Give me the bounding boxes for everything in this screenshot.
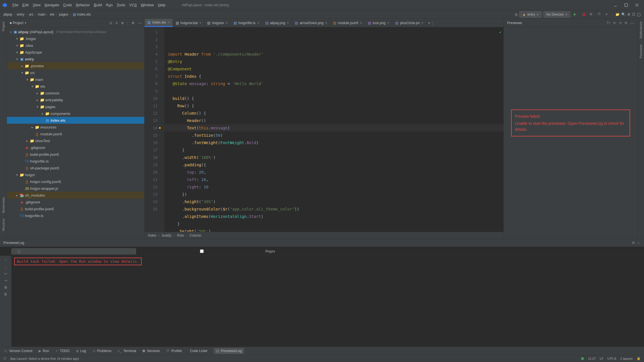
gear-icon[interactable]: ⚙ [624, 21, 628, 25]
bottom-tab-log[interactable]: ≣Log [76, 349, 86, 353]
tool-bookmarks[interactable]: Bookmarks [2, 196, 5, 214]
stop-icon[interactable]: ■ [605, 12, 610, 17]
bottom-tab-services[interactable]: ⬢Services [142, 349, 160, 353]
menu-window[interactable]: Window [141, 3, 154, 7]
tree-node-oh-package-json5[interactable]: {}oh-package.json5 [7, 165, 144, 171]
tab-hvigorw-bat[interactable]: ▤hvigorw.bat× [173, 19, 205, 27]
rotate-icon[interactable]: ⟲ [619, 21, 622, 25]
gear-icon[interactable]: ⚙ [132, 21, 135, 25]
tree-node--hvigor[interactable]: ▾📁.hvigor [7, 35, 144, 42]
close-icon[interactable]: × [226, 21, 228, 25]
tree-node-ohostest[interactable]: ▸📁ohosTest [7, 137, 144, 144]
crumb-entry[interactable]: entry [17, 12, 24, 16]
up-icon[interactable]: ↑ [5, 258, 7, 262]
maximize-icon[interactable] [624, 3, 628, 7]
crumb-src[interactable]: src [29, 12, 33, 16]
tab-pluscircle-pn[interactable]: ▤plusCircle.pn× [392, 19, 426, 27]
settings-icon[interactable]: ⚙ [627, 12, 630, 16]
tree-node-ets[interactable]: ▾📁ets [7, 83, 144, 90]
bottom-tab-code-linter[interactable]: Code Linter [188, 349, 207, 353]
tree-node--preview[interactable]: ▸📁.preview [7, 62, 144, 69]
menu-file[interactable]: File [12, 3, 18, 7]
crumb-pages[interactable]: pages [59, 12, 68, 16]
line-sep[interactable]: LF [600, 357, 603, 360]
tree-node--gitignore[interactable]: ◈.gitignore [7, 144, 144, 151]
tab-index-ets[interactable]: ▤Index.ets× [145, 19, 173, 27]
bottom-tab-todo[interactable]: ✓TODO [55, 349, 69, 353]
bottom-tab-previewerlog[interactable]: ▤PreviewerLog [214, 348, 244, 354]
close-icon[interactable]: × [168, 20, 170, 24]
tree-node-hvigorfile-ts[interactable]: TShvigorfile.ts [7, 158, 144, 165]
hide-icon[interactable]: — [637, 241, 641, 245]
minimize-icon[interactable] [613, 3, 617, 7]
tree-node-oh_modules[interactable]: ▸📚oh_modules [7, 192, 144, 199]
tree-node-hvigor-wrapper-js[interactable]: JShvigor-wrapper.js [7, 185, 144, 192]
indent[interactable]: 2 spaces [620, 357, 633, 360]
ecrumb-column[interactable]: Column [190, 233, 201, 237]
close-icon[interactable]: × [287, 21, 289, 25]
tab-hvigorfile-ts[interactable]: ▤hvigorfile.ts× [231, 19, 262, 27]
gear-icon[interactable]: ⚙ [632, 241, 635, 245]
collapse-icon[interactable]: ≣ [121, 21, 124, 25]
bottom-tab-profiler[interactable]: ⏱Profiler [166, 349, 182, 353]
tree-node-entry[interactable]: ▾▣entry [7, 56, 144, 62]
project-tree[interactable]: v ▣ alipay [AliPayLayout] D:\workspace\h… [7, 27, 144, 220]
ecrumb-index[interactable]: Index [148, 233, 156, 237]
folder-icon[interactable]: 📁 [615, 12, 620, 16]
crumb-ets[interactable]: ets [50, 12, 54, 16]
hide-icon[interactable]: — [138, 21, 141, 25]
profile-icon[interactable]: ⏱ [598, 12, 602, 17]
tree-node-components[interactable]: ▸📁components [7, 110, 144, 117]
locate-icon[interactable]: ⊙ [109, 21, 112, 25]
run-config-dropdown[interactable]: ▲ entry ▾ [519, 11, 542, 18]
tree-node-build-profile-json5[interactable]: {}build-profile.json5 [7, 151, 144, 158]
tree-node-hvigor-config-json5[interactable]: {}hvigor-config.json5 [7, 178, 144, 185]
tree-node-appscope[interactable]: ▾📁AppScope [7, 49, 144, 56]
encoding[interactable]: UTF-8 [607, 357, 616, 360]
menu-help[interactable]: Help [158, 3, 166, 7]
tree-node-main[interactable]: ▾📁main [7, 76, 144, 83]
coverage-icon[interactable]: ⛨ [590, 12, 594, 17]
trash-icon[interactable]: 🗑 [4, 292, 7, 296]
editor-breadcrumbs[interactable]: Index›build()›Row›Column [145, 232, 503, 239]
tree-node-index-ets[interactable]: ▤Index.ets [7, 117, 144, 124]
menu-navigate[interactable]: Navigate [45, 3, 59, 7]
ecrumb-row[interactable]: Row [177, 233, 184, 237]
tab-arrowdown-png[interactable]: ▤arrowDown.png× [292, 19, 330, 27]
intention-bulb-icon[interactable] [158, 126, 162, 130]
code-body[interactable]: ✔ import Header from './components/Heade… [164, 27, 503, 232]
cursor-position[interactable]: 11:27 [588, 357, 596, 360]
tree-node-build-profile-json5[interactable]: {}build-profile.json5 [7, 205, 144, 212]
crumb-main[interactable]: main [38, 12, 45, 16]
tree-node-pages[interactable]: ▾📁pages [7, 103, 144, 110]
tree-node--gitignore[interactable]: ◈.gitignore [7, 199, 144, 205]
account-icon[interactable]: ◯ [637, 12, 641, 16]
menu-vcs[interactable]: VCS [129, 3, 137, 7]
bottom-tab-version-control[interactable]: ⌥Version Control [3, 349, 32, 353]
tool-notifications[interactable]: Notifications [639, 20, 643, 40]
menu-refactor[interactable]: Refactor [76, 3, 90, 7]
tree-node-module-json5[interactable]: {}module.json5 [7, 131, 144, 137]
tab-alipay-png[interactable]: ▤alipay.png× [262, 19, 292, 27]
tab-module-json5[interactable]: ▤module.json5× [330, 19, 365, 27]
menu-build[interactable]: Build [94, 3, 102, 7]
tool-project[interactable]: Project [2, 20, 5, 32]
tree-node-common[interactable]: ▸📁common [7, 90, 144, 96]
wrap-icon[interactable]: ↩ [4, 272, 7, 276]
crumb-index.ets[interactable]: ▤ Index.ets [73, 12, 91, 16]
tree-node-src[interactable]: ▾📁src [7, 69, 144, 76]
close-icon[interactable]: × [257, 21, 259, 25]
bottom-tab-problems[interactable]: ⚠Problems [92, 349, 112, 353]
tree-node-entryability[interactable]: ▸📁entryability [7, 96, 144, 103]
close-icon[interactable]: × [421, 21, 423, 25]
crumb-alipay[interactable]: alipay [3, 12, 12, 16]
tree-node--idea[interactable]: ▾📁.idea [7, 42, 144, 49]
tab-icon-png[interactable]: ▤icon.png× [365, 19, 392, 27]
project-header-title[interactable]: ■Project▾ [10, 21, 107, 25]
menu-tools[interactable]: Tools [117, 3, 125, 7]
close-icon[interactable]: × [199, 21, 201, 25]
menu-run[interactable]: Run [106, 3, 113, 7]
bottom-tab-run[interactable]: ▶Run [39, 349, 49, 353]
tool-structure[interactable]: Structure [2, 217, 5, 232]
close-icon[interactable]: × [360, 21, 362, 25]
